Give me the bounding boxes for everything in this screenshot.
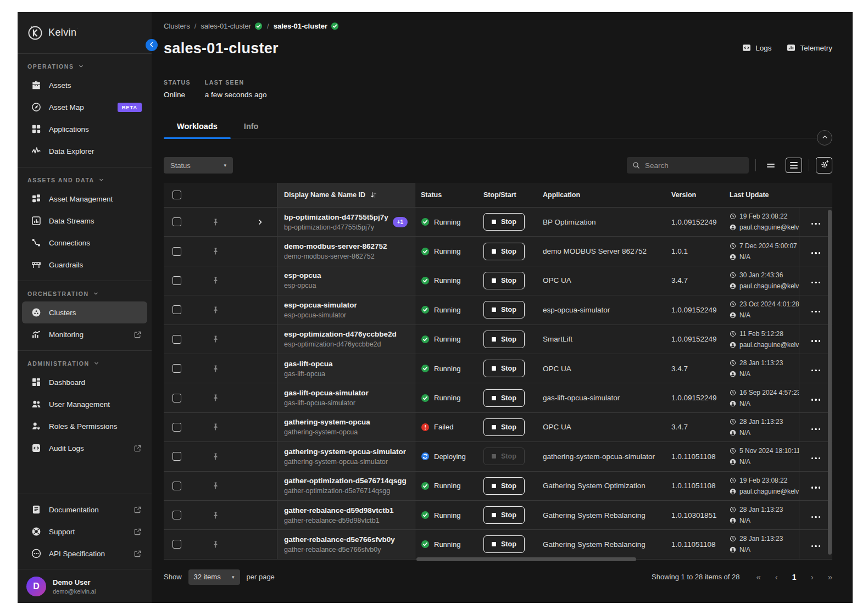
pin-icon[interactable] [212, 335, 220, 343]
row-checkbox[interactable] [173, 511, 181, 519]
row-actions-button[interactable] [799, 295, 832, 324]
pin-icon[interactable] [212, 218, 220, 226]
sidebar-item-roles-permissions[interactable]: Roles & Permissions [22, 415, 147, 437]
stop-button[interactable]: Stop [483, 301, 525, 318]
section-label-assets-and-data[interactable]: ASSETS AND DATA [18, 172, 152, 188]
row-checkbox[interactable] [173, 335, 181, 344]
row-name-cell[interactable]: gas-lift-opcua-simulatorgas-lift-opcua-s… [277, 383, 415, 412]
row-actions-button[interactable] [799, 530, 832, 558]
stop-button[interactable]: Stop [483, 477, 525, 495]
sidebar-collapse-button[interactable] [146, 39, 158, 51]
horizontal-scrollbar[interactable] [416, 557, 636, 561]
brand-logo[interactable]: Kelvin˙ [18, 12, 152, 54]
breadcrumb-item-0[interactable]: Clusters [164, 22, 190, 30]
row-name-cell[interactable]: gather-optimization-d5e76714qsgggather-o… [277, 472, 415, 500]
first-page-button[interactable]: « [756, 572, 761, 582]
sidebar-item-documentation[interactable]: Documentation [22, 499, 147, 521]
telemetry-button[interactable]: Telemetry [787, 43, 832, 52]
stop-button[interactable]: Stop [483, 213, 525, 231]
view-compact-button[interactable] [763, 158, 779, 173]
sidebar-item-asset-management[interactable]: Asset Management [22, 188, 147, 210]
status-filter-select[interactable]: Status ▾ [164, 157, 233, 174]
stop-button[interactable]: Stop [483, 272, 525, 289]
stop-button[interactable]: Stop [483, 418, 525, 436]
sidebar-item-audit-logs[interactable]: Audit Logs [22, 437, 147, 459]
row-name-cell[interactable]: esp-optimization-d476yccbbe2desp-optimiz… [277, 325, 415, 354]
logs-button[interactable]: Logs [742, 43, 771, 52]
stop-button[interactable]: Stop [483, 506, 525, 524]
row-actions-button[interactable] [799, 237, 832, 265]
page-size-select[interactable]: 32 items ▾ [188, 569, 240, 585]
row-actions-button[interactable] [799, 472, 832, 500]
column-header-display-name[interactable]: Display Name & Name ID [277, 183, 415, 207]
sidebar-item-data-explorer[interactable]: Data Explorer [22, 140, 147, 162]
sidebar-item-clusters[interactable]: Clusters [22, 301, 147, 323]
row-name-cell[interactable]: esp-opcuaesp-opcua [277, 266, 415, 295]
pin-icon[interactable] [212, 540, 220, 549]
pin-icon[interactable] [212, 306, 220, 314]
tab-info[interactable]: Info [231, 116, 272, 138]
next-page-button[interactable]: › [811, 572, 814, 582]
row-actions-button[interactable] [799, 501, 832, 529]
row-checkbox[interactable] [173, 394, 181, 402]
sidebar-item-support[interactable]: Support [22, 521, 147, 543]
row-checkbox[interactable] [173, 305, 181, 314]
user-profile[interactable]: D Demo User demo@kelvin.ai [18, 569, 152, 603]
view-list-button[interactable] [786, 158, 802, 173]
search-input[interactable] [644, 161, 743, 170]
stop-button[interactable]: Stop [483, 360, 525, 377]
sidebar-item-api-specification[interactable]: API Specification [22, 543, 147, 564]
sidebar-item-data-streams[interactable]: Data Streams [22, 210, 147, 232]
stop-button[interactable]: Stop [483, 389, 525, 407]
expand-row-button[interactable] [257, 219, 264, 226]
row-checkbox[interactable] [173, 276, 181, 285]
breadcrumb-item-2[interactable]: sales-01-cluster [274, 22, 339, 30]
row-checkbox[interactable] [173, 364, 181, 373]
row-actions-button[interactable] [799, 383, 832, 412]
sidebar-item-dashboard[interactable]: Dashboard [22, 371, 147, 393]
row-name-cell[interactable]: gas-lift-opcuagas-lift-opcua [277, 354, 415, 383]
pin-icon[interactable] [212, 247, 220, 255]
pin-icon[interactable] [212, 394, 220, 402]
sidebar-item-monitoring[interactable]: Monitoring [22, 323, 147, 345]
row-name-cell[interactable]: demo-modbus-server-862752demo-modbus-ser… [277, 237, 415, 265]
vertical-scrollbar[interactable] [828, 210, 832, 555]
prev-page-button[interactable]: ‹ [775, 572, 778, 582]
row-checkbox[interactable] [173, 423, 181, 432]
pin-icon[interactable] [212, 452, 220, 461]
sidebar-item-asset-map[interactable]: Asset MapBETA [22, 96, 147, 118]
row-name-cell[interactable]: gathering-system-opcuagathering-system-o… [277, 413, 415, 441]
sidebar-item-guardrails[interactable]: Guardrails [22, 254, 147, 276]
row-checkbox[interactable] [173, 540, 181, 549]
row-name-cell[interactable]: gathering-system-opcua-simulatorgatherin… [277, 442, 415, 471]
sidebar-item-connections[interactable]: Connections [22, 232, 147, 254]
stop-button[interactable]: Stop [483, 243, 525, 260]
table-settings-button[interactable] [816, 157, 832, 174]
row-name-cell[interactable]: esp-opcua-simulatoresp-opcua-simulator [277, 295, 415, 324]
collapse-panel-button[interactable] [817, 130, 832, 146]
pin-icon[interactable] [212, 511, 220, 519]
select-all-checkbox[interactable] [173, 191, 181, 199]
pin-icon[interactable] [212, 482, 220, 490]
row-actions-button[interactable] [799, 413, 832, 441]
row-checkbox[interactable] [173, 217, 181, 226]
row-name-cell[interactable]: bp-optimization-d47755t5pj7ybp-optimizat… [277, 208, 415, 236]
stop-button[interactable]: Stop [483, 535, 525, 553]
sidebar-item-user-management[interactable]: User Management [22, 393, 147, 415]
pin-icon[interactable] [212, 423, 220, 431]
pin-icon[interactable] [212, 365, 220, 373]
sidebar-item-assets[interactable]: Assets [22, 74, 147, 96]
row-checkbox[interactable] [173, 247, 181, 256]
last-page-button[interactable]: » [828, 572, 832, 582]
row-actions-button[interactable] [799, 208, 832, 236]
stop-button[interactable]: Stop [483, 331, 525, 348]
row-actions-button[interactable] [799, 442, 832, 471]
sidebar-item-applications[interactable]: Applications [22, 118, 147, 140]
tab-workloads[interactable]: Workloads [164, 116, 231, 138]
row-actions-button[interactable] [799, 266, 832, 295]
plus-badge[interactable]: +1 [393, 217, 408, 227]
section-label-orchestration[interactable]: ORCHESTRATION [18, 286, 152, 301]
sort-icon[interactable] [370, 191, 377, 199]
row-actions-button[interactable] [799, 354, 832, 383]
breadcrumb-item-1[interactable]: sales-01-cluster [201, 22, 263, 30]
